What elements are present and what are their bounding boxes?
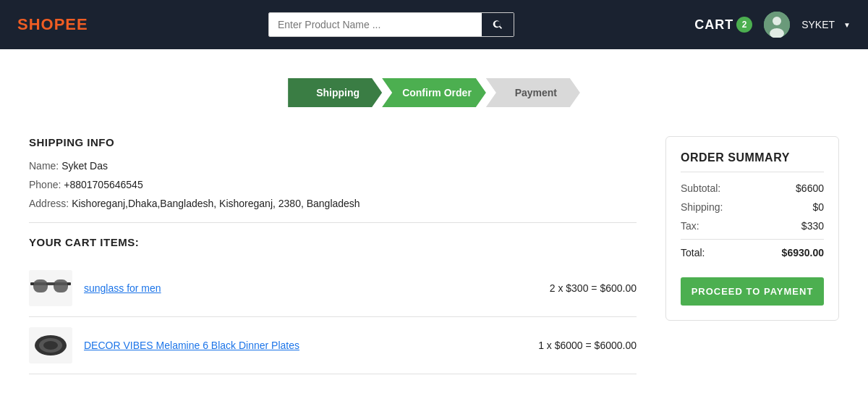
search-bar	[268, 12, 514, 37]
step-payment-label: Payment	[486, 78, 580, 107]
cart-badge: 2	[736, 17, 752, 33]
step-indicator: Shipping Confirm Order Payment	[29, 78, 839, 107]
total-value: $6930.00	[782, 247, 824, 258]
shipping-phone-row: Phone: +8801705646545	[29, 179, 637, 190]
cart-item-name-plates[interactable]: DECOR VIBES Melamine 6 Black Dinner Plat…	[84, 340, 527, 351]
step-shipping-label: Shipping	[288, 78, 382, 107]
step-payment[interactable]: Payment	[486, 78, 580, 107]
search-button[interactable]	[482, 13, 514, 36]
shipping-info-title: SHIPPING INFO	[29, 136, 637, 148]
shipping-info-section: SHIPPING INFO Name: Syket Das Phone: +88…	[29, 136, 637, 209]
summary-subtotal-row: Subtotal: $6600	[681, 182, 824, 194]
search-wrapper	[100, 12, 683, 37]
order-summary-card: ORDER SUMMARY Subtotal: $6600 Shipping: …	[665, 136, 839, 321]
section-divider	[29, 222, 637, 223]
cart-label: CART	[694, 17, 733, 33]
cart-container[interactable]: CART 2	[694, 17, 752, 33]
tax-label: Tax:	[681, 220, 699, 232]
summary-total-row: Total: $6930.00	[681, 239, 824, 258]
cart-item-image-sunglasses	[29, 270, 72, 306]
phone-label: Phone:	[29, 179, 61, 190]
chevron-down-icon: ▼	[843, 21, 851, 29]
subtotal-label: Subtotal:	[681, 182, 720, 194]
search-icon	[492, 19, 503, 30]
shipping-value: $0	[812, 201, 824, 213]
phone-value: +8801705646545	[64, 179, 142, 190]
plates-icon	[30, 329, 71, 361]
avatar-icon	[764, 12, 790, 38]
svg-point-11	[43, 341, 58, 350]
shipping-name-row: Name: Syket Das	[29, 160, 637, 172]
header-right: CART 2 SYKET ▼	[694, 12, 851, 38]
cart-item-name-sunglasses[interactable]: sunglass for men	[84, 282, 538, 294]
cart-item-price-plates: 1 x $6000 = $6000.00	[538, 340, 637, 351]
cart-item-image-plates	[29, 327, 72, 363]
user-menu[interactable]: SYKET ▼	[764, 12, 851, 38]
cart-item-price-sunglasses: 2 x $300 = $600.00	[550, 282, 637, 294]
svg-rect-7	[30, 282, 34, 285]
content-grid: SHIPPING INFO Name: Syket Das Phone: +88…	[29, 136, 839, 374]
search-input[interactable]	[269, 13, 482, 36]
sunglasses-icon	[30, 272, 71, 304]
cart-items-section: YOUR CART ITEMS: sunglass for men	[29, 236, 637, 374]
cart-item: DECOR VIBES Melamine 6 Black Dinner Plat…	[29, 317, 637, 374]
summary-tax-row: Tax: $330	[681, 220, 824, 232]
left-panel: SHIPPING INFO Name: Syket Das Phone: +88…	[29, 136, 637, 374]
svg-rect-5	[54, 279, 68, 293]
header: SHOPEE CART 2 SYKET ▼	[0, 0, 868, 49]
user-name: SYKET	[801, 19, 835, 30]
svg-rect-4	[33, 279, 48, 293]
step-confirm-order[interactable]: Confirm Order	[382, 78, 486, 107]
cart-items-title: YOUR CART ITEMS:	[29, 236, 637, 248]
address-value: Kishoreganj,Dhaka,Bangladesh, Kishoregan…	[72, 198, 360, 209]
tax-value: $330	[801, 220, 824, 232]
name-value: Syket Das	[61, 160, 108, 172]
logo: SHOPEE	[17, 15, 88, 34]
shipping-address-row: Address: Kishoreganj,Dhaka,Bangladesh, K…	[29, 198, 637, 209]
address-label: Address:	[29, 198, 69, 209]
summary-shipping-row: Shipping: $0	[681, 201, 824, 213]
avatar	[764, 12, 790, 38]
cart-item: sunglass for men 2 x $300 = $600.00	[29, 260, 637, 317]
shipping-label: Shipping:	[681, 201, 723, 213]
total-label: Total:	[681, 247, 705, 258]
proceed-to-payment-button[interactable]: PROCEED TO PAYMENT	[681, 277, 824, 306]
main-content: Shipping Confirm Order Payment SHIPPING …	[0, 49, 868, 404]
step-confirm-order-label: Confirm Order	[382, 78, 486, 107]
svg-rect-8	[67, 282, 71, 285]
right-panel: ORDER SUMMARY Subtotal: $6600 Shipping: …	[665, 136, 839, 374]
step-shipping[interactable]: Shipping	[288, 78, 382, 107]
subtotal-value: $6600	[796, 182, 824, 194]
order-summary-title: ORDER SUMMARY	[681, 151, 824, 172]
name-label: Name:	[29, 160, 59, 172]
svg-point-1	[773, 17, 781, 25]
svg-rect-6	[46, 282, 55, 285]
